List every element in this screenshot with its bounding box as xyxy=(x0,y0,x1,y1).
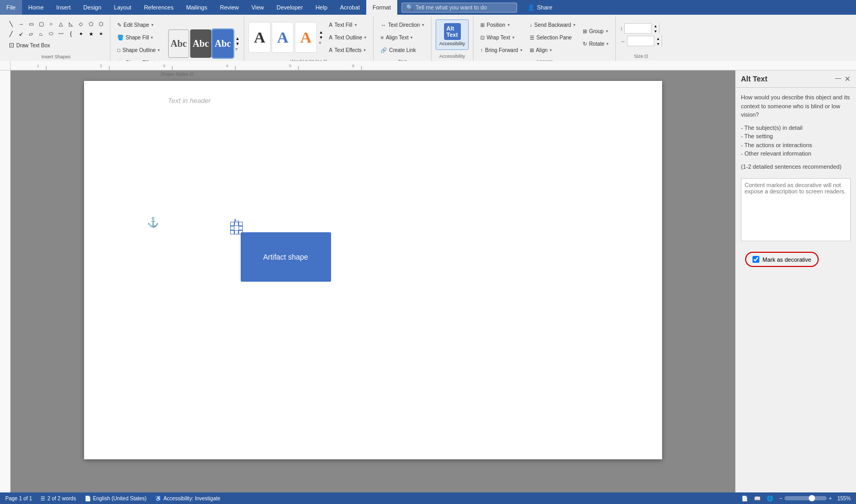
handle-bottom-center[interactable] xyxy=(234,222,239,226)
text-outline-button[interactable]: A Text Outline ▾ xyxy=(326,32,369,43)
width-decrease[interactable]: ▼ xyxy=(654,41,662,46)
shape-styles-expand-icon[interactable]: ⊡ xyxy=(190,71,194,77)
view-reading-icon[interactable]: 📖 xyxy=(754,496,760,501)
shape-parallelogram[interactable]: ▱ xyxy=(26,29,36,38)
shape-star5[interactable]: ★ xyxy=(86,29,96,38)
wordart-a-blue[interactable]: A xyxy=(272,22,294,53)
shape-line[interactable]: ╲ xyxy=(6,19,16,28)
width-input[interactable]: 1.43" xyxy=(627,38,654,44)
wordart-scroll-down[interactable]: ▼ xyxy=(319,35,323,40)
alt-text-textarea[interactable] xyxy=(741,178,851,241)
shape-bent-arrow[interactable]: ↙ xyxy=(16,29,26,38)
view-web-icon[interactable]: 🌐 xyxy=(767,496,773,501)
text-fill-button[interactable]: A Text Fill ▾ xyxy=(326,19,369,30)
selection-pane-button[interactable]: ☰ Selection Pane xyxy=(527,32,578,43)
shape-fill-button[interactable]: 🪣 Shape Fill ▾ xyxy=(115,32,165,43)
tab-references[interactable]: References xyxy=(138,0,180,15)
edit-shape-button[interactable]: ✎ Edit Shape ▾ xyxy=(115,19,165,30)
tab-help[interactable]: Help xyxy=(309,0,334,15)
group-button[interactable]: ⊞ Group ▾ xyxy=(580,25,611,37)
panel-collapse-icon[interactable]: — xyxy=(835,75,841,83)
canvas-area[interactable]: Text in header ⚓ ↻ Artifact shape xyxy=(11,70,735,492)
zoom-in-button[interactable]: + xyxy=(829,496,832,501)
height-decrease[interactable]: ▼ xyxy=(652,28,659,34)
position-button[interactable]: ⊞ Position ▾ xyxy=(478,19,525,30)
panel-close-icon[interactable]: ✕ xyxy=(844,75,851,83)
tab-file[interactable]: File xyxy=(0,0,22,15)
artifact-shape[interactable]: Artifact shape xyxy=(241,232,331,282)
height-increase[interactable]: ▲ xyxy=(652,23,659,28)
align-button[interactable]: ⊞ Align ▾ xyxy=(527,44,578,56)
shape-hexagon[interactable]: ⬡ xyxy=(96,19,106,28)
shape-trapezoid[interactable]: ⏢ xyxy=(36,29,46,38)
zoom-out-button[interactable]: − xyxy=(779,496,782,501)
tab-review[interactable]: Review xyxy=(214,0,245,15)
zoom-slider-thumb xyxy=(809,495,815,501)
wrap-text-button[interactable]: ⊡ Wrap Text ▾ xyxy=(478,32,525,43)
handle-top-right[interactable] xyxy=(230,230,234,234)
send-backward-button[interactable]: ↓ Send Backward ▾ xyxy=(527,19,578,30)
bring-forward-button[interactable]: ↑ Bring Forward ▾ xyxy=(478,44,525,56)
shape-triangle[interactable]: △ xyxy=(56,19,66,28)
status-accessibility[interactable]: ♿ Accessibility: Investigate xyxy=(155,496,220,501)
tab-mailings[interactable]: Mailings xyxy=(180,0,213,15)
wordart-a-plain[interactable]: A xyxy=(249,22,271,53)
tab-layout[interactable]: Layout xyxy=(108,0,138,15)
shape-pentagon[interactable]: ⬠ xyxy=(86,19,96,28)
text-effects-button[interactable]: A Text Effects ▾ xyxy=(326,44,369,56)
tab-home[interactable]: Home xyxy=(22,0,50,15)
view-normal-icon[interactable]: 📄 xyxy=(741,496,748,501)
size-expand-icon[interactable]: ⊡ xyxy=(644,54,648,59)
status-language[interactable]: 📄 English (United States) xyxy=(85,496,147,501)
zoom-slider[interactable] xyxy=(785,496,827,500)
shape-style-1[interactable]: Abc xyxy=(168,29,189,58)
tab-format[interactable]: Format xyxy=(366,0,397,15)
shape-circle[interactable]: ○ xyxy=(46,19,56,28)
draw-text-box-button[interactable]: ⊡ Draw Text Box xyxy=(6,39,106,51)
height-input[interactable]: 0.79" xyxy=(625,25,651,32)
styles-expand[interactable]: ▿ xyxy=(235,47,240,52)
shape-lines2[interactable]: ╱ xyxy=(6,29,16,38)
wordart-scroll-up[interactable]: ▲ xyxy=(319,30,323,35)
shape-style-3[interactable]: Abc xyxy=(212,29,233,58)
wordart-expand[interactable]: ▿ xyxy=(319,40,323,45)
shape-rt-triangle[interactable]: ◺ xyxy=(66,19,76,28)
mark-decorative-checkbox[interactable] xyxy=(752,256,759,263)
handle-bottom-right[interactable] xyxy=(230,222,234,226)
text-direction-button[interactable]: ↔ Text Direction ▾ xyxy=(378,19,427,30)
tab-design[interactable]: Design xyxy=(77,0,108,15)
tab-view[interactable]: View xyxy=(245,0,271,15)
tab-acrobat[interactable]: Acrobat xyxy=(334,0,366,15)
shape-wave[interactable]: 〰 xyxy=(56,29,66,38)
shape-oval[interactable]: ⬭ xyxy=(46,29,56,38)
shape-rect[interactable]: ▭ xyxy=(26,19,36,28)
zoom-level[interactable]: 155% xyxy=(834,496,851,501)
shape-brace[interactable]: { xyxy=(66,29,76,38)
handle-bottom-left[interactable] xyxy=(239,222,243,226)
rotate-button[interactable]: ↻ Rotate ▾ xyxy=(580,38,611,49)
shape-star4[interactable]: ✦ xyxy=(76,29,86,38)
handle-middle-right[interactable] xyxy=(230,226,234,230)
create-link-button[interactable]: 🔗 Create Link xyxy=(378,44,427,56)
handle-middle-left[interactable] xyxy=(239,226,243,230)
styles-scroll-up[interactable]: ▲ xyxy=(235,36,240,41)
wordart-a-orange[interactable]: A xyxy=(295,22,317,53)
tab-insert[interactable]: Insert xyxy=(50,0,77,15)
width-increase[interactable]: ▲ xyxy=(654,36,662,41)
shape-outline-button[interactable]: □ Shape Outline ▾ xyxy=(115,44,165,56)
shape-star6[interactable]: ✶ xyxy=(96,29,106,38)
styles-scroll-down[interactable]: ▼ xyxy=(235,42,240,46)
search-bar[interactable]: 🔍 xyxy=(401,3,517,13)
alt-text-button[interactable]: AltText Accessibility xyxy=(436,19,469,50)
shape-arrow[interactable]: → xyxy=(16,19,26,28)
tab-developer[interactable]: Developer xyxy=(270,0,309,15)
mark-decorative-label[interactable]: Mark as decorative xyxy=(752,256,811,263)
shape-rounded-rect[interactable]: ▢ xyxy=(36,19,46,28)
align-text-button[interactable]: ≡ Align Text ▾ xyxy=(378,32,427,43)
shape-diamond[interactable]: ◇ xyxy=(76,19,86,28)
shape-style-2[interactable]: Abc xyxy=(190,29,211,58)
share-button[interactable]: 👤 Share xyxy=(521,4,559,11)
main-area: Text in header ⚓ ↻ Artifact shape xyxy=(0,70,856,492)
handle-top-center[interactable] xyxy=(234,230,239,234)
search-input[interactable] xyxy=(416,4,512,11)
